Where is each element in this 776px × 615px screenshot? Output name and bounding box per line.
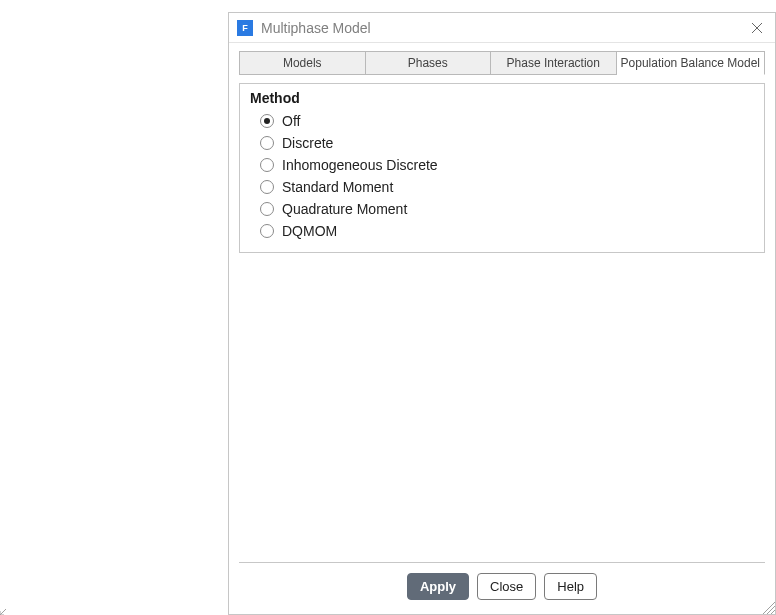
tabstrip: Models Phases Phase Interaction Populati… xyxy=(229,43,775,75)
method-groupbox: Method Off Discrete Inhomogeneous Discre… xyxy=(239,83,765,253)
tab-population-balance-model[interactable]: Population Balance Model xyxy=(617,51,765,75)
apply-button[interactable]: Apply xyxy=(407,573,469,600)
radio-inhomogeneous-discrete[interactable]: Inhomogeneous Discrete xyxy=(250,154,754,176)
tab-phase-interaction[interactable]: Phase Interaction xyxy=(491,51,617,75)
window-title: Multiphase Model xyxy=(261,20,745,36)
svg-line-3 xyxy=(767,606,775,614)
footer: Apply Close Help xyxy=(239,562,765,614)
radio-icon xyxy=(260,202,274,216)
radio-label: Discrete xyxy=(282,135,333,151)
multiphase-model-window: F Multiphase Model Models Phases Phase I… xyxy=(228,12,776,615)
radio-discrete[interactable]: Discrete xyxy=(250,132,754,154)
titlebar: F Multiphase Model xyxy=(229,13,775,43)
svg-line-5 xyxy=(0,609,6,615)
radio-icon xyxy=(260,158,274,172)
radio-quadrature-moment[interactable]: Quadrature Moment xyxy=(250,198,754,220)
radio-off[interactable]: Off xyxy=(250,110,754,132)
outer-resize-grip-icon xyxy=(0,601,14,615)
radio-label: Inhomogeneous Discrete xyxy=(282,157,438,173)
resize-grip-icon[interactable] xyxy=(759,598,775,614)
method-group-title: Method xyxy=(250,90,754,106)
radio-icon xyxy=(260,114,274,128)
svg-line-4 xyxy=(771,610,775,614)
radio-label: DQMOM xyxy=(282,223,337,239)
radio-icon xyxy=(260,180,274,194)
content-spacer xyxy=(229,263,775,562)
help-button[interactable]: Help xyxy=(544,573,597,600)
radio-icon xyxy=(260,136,274,150)
radio-standard-moment[interactable]: Standard Moment xyxy=(250,176,754,198)
close-icon[interactable] xyxy=(745,16,769,40)
radio-label: Quadrature Moment xyxy=(282,201,407,217)
tab-models[interactable]: Models xyxy=(239,51,366,75)
app-icon: F xyxy=(237,20,253,36)
radio-dqmom[interactable]: DQMOM xyxy=(250,220,754,242)
close-button[interactable]: Close xyxy=(477,573,536,600)
radio-label: Standard Moment xyxy=(282,179,393,195)
radio-icon xyxy=(260,224,274,238)
tab-phases[interactable]: Phases xyxy=(366,51,492,75)
content-area: Method Off Discrete Inhomogeneous Discre… xyxy=(229,75,775,263)
radio-label: Off xyxy=(282,113,300,129)
